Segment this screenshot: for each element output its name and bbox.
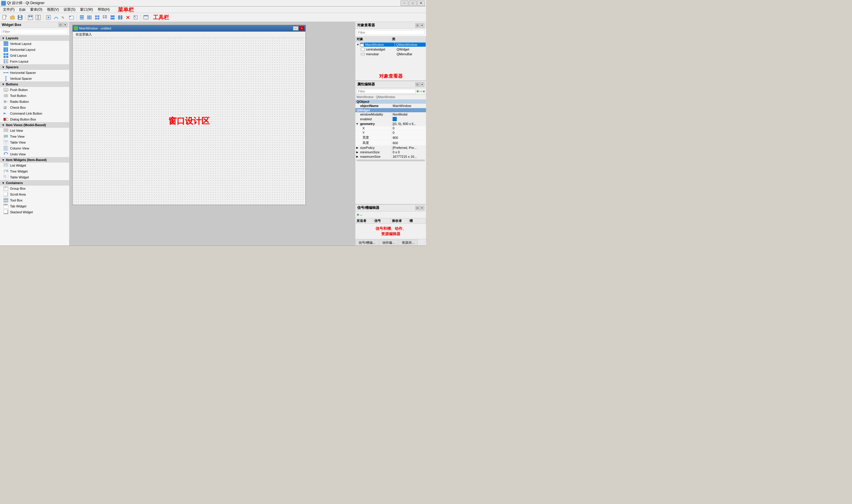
widget-table-view[interactable]: Table View xyxy=(0,140,69,145)
obj-inspector-close-btn[interactable]: ✕ xyxy=(420,23,424,28)
prop-row-geometry[interactable]: ▼ geometry [(0, 0), 800 x 6... xyxy=(356,122,426,126)
prop-row-minimumsize[interactable]: ▶ minimumSize 0 x 0 xyxy=(356,150,426,155)
open-file-button[interactable] xyxy=(9,14,16,21)
widget-box-float-btn[interactable]: ⊡ xyxy=(58,23,62,27)
design-canvas[interactable]: MainWindow - untitled ─ ✕ 在这里输入 窗口设计区 xyxy=(69,22,355,246)
enabled-checkbox[interactable] xyxy=(393,117,397,121)
section-spacers[interactable]: ▼ Spacers xyxy=(0,65,69,70)
widget-tab-widget[interactable]: Tab Widget xyxy=(0,203,69,209)
mainwindow-content[interactable]: 窗口设计区 xyxy=(73,37,306,205)
widget-vertical-layout[interactable]: Vertical Layout xyxy=(0,41,69,47)
widget-scroll-area[interactable]: Scroll Area xyxy=(0,192,69,197)
section-layouts[interactable]: ▼ Layouts xyxy=(0,35,69,41)
menu-form[interactable]: 窗体(O) xyxy=(28,6,44,13)
prop-row-x[interactable]: X 0 xyxy=(356,126,426,130)
obj-inspector-float-btn[interactable]: ⊡ xyxy=(415,23,419,28)
prop-add-button[interactable]: + xyxy=(416,89,419,94)
prop-row-enabled[interactable]: enabled xyxy=(356,117,426,122)
preview-button[interactable] xyxy=(142,14,149,21)
widget-undo-view[interactable]: Undo View xyxy=(0,151,69,157)
section-buttons[interactable]: ▼ Buttons xyxy=(0,82,69,87)
menu-window[interactable]: 窗口(W) xyxy=(78,6,95,13)
edit-buddy-mode[interactable]: ✎ xyxy=(60,14,67,21)
prop-expand-sizepolicy[interactable]: ▶ xyxy=(356,146,359,149)
minimize-button[interactable]: ─ xyxy=(401,1,408,6)
widget-push-button[interactable]: OK Push Button xyxy=(0,87,69,93)
prop-row-objectname[interactable]: objectName MainWindow xyxy=(356,104,426,108)
prop-minus-button[interactable]: – xyxy=(420,89,422,94)
prop-row-y[interactable]: Y 0 xyxy=(356,130,426,135)
layout-horizontal[interactable] xyxy=(86,14,93,21)
widget-tool-2[interactable] xyxy=(35,14,42,21)
signal-editor-float-btn[interactable]: ⊡ xyxy=(415,206,419,210)
prop-editor-float-btn[interactable]: ⊡ xyxy=(415,83,419,87)
close-button[interactable]: ✕ xyxy=(417,1,425,6)
mainwindow-close[interactable]: ✕ xyxy=(299,26,304,31)
widget-group-box[interactable]: GB Group Box xyxy=(0,185,69,192)
prop-menu-button[interactable]: ≡ xyxy=(423,90,425,93)
menu-help[interactable]: 帮助(H) xyxy=(95,6,112,13)
break-layout[interactable] xyxy=(124,14,131,21)
widget-tool-1[interactable] xyxy=(27,14,34,21)
prop-expand-minimumsize[interactable]: ▶ xyxy=(356,151,359,154)
signal-add-button[interactable]: + xyxy=(357,212,359,217)
widget-tree-view[interactable]: Tree View xyxy=(0,133,69,140)
edit-widget-mode[interactable] xyxy=(45,14,52,21)
layout-vertical[interactable] xyxy=(78,14,85,21)
layout-splitter-h[interactable] xyxy=(109,14,116,21)
prop-row-windowmodality[interactable]: windowModality NonModal xyxy=(356,112,426,117)
widget-tree-widget[interactable]: Tree Widget xyxy=(0,168,69,174)
obj-row-menubar[interactable]: menubar QMenuBar xyxy=(356,52,426,56)
widget-radio-button[interactable]: Radio Button xyxy=(0,99,69,105)
signal-minus-button[interactable]: – xyxy=(360,212,362,217)
tab-resources[interactable]: 资源浏... xyxy=(399,239,417,246)
menu-view[interactable]: 视图(V) xyxy=(44,6,61,13)
widget-box-search[interactable] xyxy=(1,29,68,34)
edit-signal-mode[interactable] xyxy=(53,14,60,21)
tab-actions[interactable]: 动作编... xyxy=(379,239,398,246)
widget-form-layout[interactable]: Form Layout xyxy=(0,58,69,65)
widget-table-widget[interactable]: Table Widget xyxy=(0,174,69,180)
widget-stacked-widget[interactable]: Stacked Widget xyxy=(0,209,69,215)
layout-form[interactable] xyxy=(101,14,108,21)
maximize-button[interactable]: □ xyxy=(409,1,417,6)
menu-settings[interactable]: 设置(S) xyxy=(61,6,78,13)
prop-expand-maximumsize[interactable]: ▶ xyxy=(356,155,359,158)
widget-list-view[interactable]: List View xyxy=(0,128,69,133)
section-containers[interactable]: ▼ Containers xyxy=(0,180,69,185)
widget-tool-box[interactable]: Tool Box xyxy=(0,197,69,203)
new-file-button[interactable] xyxy=(1,14,8,21)
prop-filter-input[interactable] xyxy=(357,89,416,94)
widget-box-close-btn[interactable]: ✕ xyxy=(63,23,67,27)
tab-signal-slot[interactable]: 信号/槽编... xyxy=(356,239,378,246)
edit-tab-mode[interactable] xyxy=(68,14,75,21)
mainwindow-minimize[interactable]: ─ xyxy=(293,26,298,31)
obj-row-mainwindow[interactable]: ▼ MainWindow QMainWindow xyxy=(356,42,426,47)
save-file-button[interactable] xyxy=(17,14,24,21)
layout-splitter-v[interactable] xyxy=(117,14,124,21)
prop-editor-close-btn[interactable]: ✕ xyxy=(420,83,424,87)
widget-command-link-button[interactable]: Command Link Button xyxy=(0,110,69,116)
widget-dialog-button-box[interactable]: ✕ Dialog Button Box xyxy=(0,116,69,122)
widget-list-widget[interactable]: List Widget xyxy=(0,162,69,168)
adjust-size[interactable] xyxy=(132,14,139,21)
prop-row-sizepolicy[interactable]: ▶ sizePolicy [Preferred, Pre... xyxy=(356,146,426,150)
prop-row-width[interactable]: 宽度 800 xyxy=(356,135,426,140)
section-item-views[interactable]: ▼ Item Views (Model-Based) xyxy=(0,122,69,128)
widget-check-box[interactable]: Check Box xyxy=(0,105,69,110)
widget-column-view[interactable]: Column View xyxy=(0,145,69,151)
prop-row-maximumsize[interactable]: ▶ maximumSize 16777215 x 16... xyxy=(356,155,426,159)
widget-grid-layout[interactable]: Grid Layout xyxy=(0,53,69,58)
layout-grid[interactable] xyxy=(94,14,101,21)
widget-tool-button[interactable]: ▾ Tool Button xyxy=(0,93,69,99)
menu-file[interactable]: 文件(F) xyxy=(1,6,17,13)
widget-vertical-spacer[interactable]: Vertical Spacer xyxy=(0,76,69,82)
obj-row-centralwidget[interactable]: centralwidget QWidget xyxy=(356,47,426,52)
signal-editor-close-btn[interactable]: ✕ xyxy=(420,206,424,210)
menu-edit[interactable]: Edit xyxy=(17,6,28,13)
widget-horizontal-layout[interactable]: Horizontal Layout xyxy=(0,47,69,53)
mainwindow-menu-placeholder[interactable]: 在这里输入 xyxy=(74,32,94,37)
prop-expand-geometry[interactable]: ▼ xyxy=(356,122,359,125)
section-item-widgets[interactable]: ▼ Item Widgets (Item-Based) xyxy=(0,157,69,162)
widget-horizontal-spacer[interactable]: Horizontal Spacer xyxy=(0,70,69,76)
